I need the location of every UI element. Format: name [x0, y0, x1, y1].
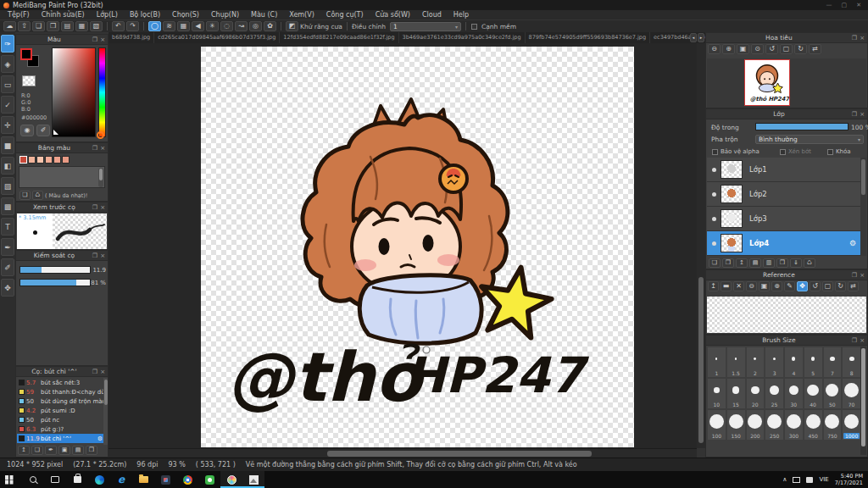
layer-merge-icon[interactable]: ⇓ [790, 258, 802, 268]
network-icon[interactable] [793, 477, 800, 483]
brush-list-item[interactable]: 6.3pút g:)? [17, 424, 104, 434]
nav-rotate-right-icon[interactable]: ↻ [794, 44, 807, 54]
palette-swatch[interactable] [28, 156, 36, 164]
menu-item-xem-v[interactable]: Xem(V) [283, 11, 320, 19]
ref-eyedropper-icon[interactable]: ✎ [784, 281, 795, 291]
menu-item-ch-n-s[interactable]: Chọn(S) [166, 11, 205, 19]
nav-reset-icon[interactable]: ▢ [780, 44, 793, 54]
redo-icon[interactable]: ↷ [126, 21, 139, 31]
close-icon[interactable]: × [860, 272, 865, 279]
layer-row[interactable]: Lớp3 [707, 207, 861, 231]
layer-row[interactable]: Lớp4⚙ [707, 231, 861, 256]
nav-actual-size-icon[interactable]: ⊙ [751, 44, 764, 54]
layer-visibility-icon[interactable] [712, 217, 716, 221]
reference-view[interactable] [707, 297, 866, 333]
document-tab[interactable]: 879fb74e574905d9ff559693b84736e7.jpg [526, 32, 651, 43]
nav-zoom-in-icon[interactable]: ⊕ [722, 44, 735, 54]
eyedropper-tool[interactable]: ✐ [1, 258, 14, 276]
clock[interactable]: 5:40 PM 7/17/2021 [835, 473, 863, 486]
shape-brush-tool[interactable]: ■ [1, 136, 14, 154]
ref-up-icon[interactable]: ↥ [708, 281, 719, 291]
panel-add-icon[interactable]: ▧ [90, 21, 103, 31]
taskbar-start-icon[interactable] [0, 471, 22, 488]
chat-icon[interactable]: ❒ [47, 21, 59, 31]
layer-folder-icon[interactable]: ▥ [763, 258, 775, 268]
nav-fit-icon[interactable]: ▣ [737, 44, 749, 54]
palette-swatch[interactable] [19, 156, 27, 164]
close-icon[interactable]: × [860, 337, 865, 344]
snap-curve-icon[interactable]: ↝ [235, 21, 248, 31]
close-icon[interactable]: × [100, 145, 105, 152]
ref-hand-icon[interactable]: ✥ [797, 281, 808, 291]
menu-item-l-p-l[interactable]: Lớp(L) [91, 11, 124, 19]
taskbar-paint-app-icon[interactable] [154, 471, 176, 488]
layer-opacity-slider[interactable] [755, 123, 849, 130]
text-tool[interactable]: T [1, 218, 14, 236]
tray-chevron-icon[interactable]: ∧ [782, 476, 787, 483]
brush-list-item[interactable]: 4.2pút sumi :D [17, 406, 104, 415]
vertical-scrollbar-thumb[interactable] [698, 277, 704, 443]
taskbar-edge-icon[interactable] [88, 471, 110, 488]
bucket-tool[interactable]: ◧ [1, 157, 14, 175]
lock-checkbox[interactable]: Khóa [826, 148, 851, 155]
menu-item-b-l-c-b[interactable]: Bộ lọc(B) [124, 11, 166, 19]
brush-size-cell[interactable]: 10 [707, 378, 726, 409]
document-tab[interactable]: cd265ca017d09845aaf6986b07d375f3.jpg [154, 32, 280, 43]
brush-size-slider[interactable] [19, 266, 91, 274]
foreground-color-swatch[interactable] [20, 48, 32, 60]
snap-ellipse-icon[interactable]: ◎ [249, 21, 262, 31]
close-icon[interactable]: × [100, 36, 105, 43]
document-tab[interactable]: 3b469ae3761e33cd9a975a0c349ce2fd.jpg [399, 32, 526, 43]
popout-icon[interactable]: ❐ [852, 111, 857, 118]
menu-item-ch-p-n[interactable]: Chụp(N) [205, 11, 245, 19]
palette-swatch[interactable] [62, 156, 70, 164]
palette-delete-button[interactable]: ♺ [32, 191, 43, 200]
palette-swatch[interactable] [36, 156, 44, 164]
eraser-tool[interactable]: ◈ [1, 55, 14, 73]
brush-size-cell[interactable]: 1 [707, 347, 726, 378]
layer-row[interactable]: Lớp2 [707, 182, 861, 207]
brush-size-cell[interactable]: 5 [804, 347, 823, 378]
ref-screen-icon[interactable]: ▬ [721, 281, 732, 291]
ref-reset-icon[interactable]: ▢ [822, 281, 833, 291]
select-pen-tool[interactable]: ✓ [1, 96, 14, 114]
document-canvas[interactable]: @thỏ HP247 [201, 47, 634, 447]
brush-tool[interactable]: ✑ [1, 35, 14, 53]
brush-size-cell[interactable]: 15 [726, 378, 746, 409]
clipping-checkbox[interactable]: Xén bớt [779, 148, 811, 155]
popout-icon[interactable]: ❐ [92, 204, 97, 211]
brush-list-item[interactable]: 50bút dùng để trộn màu [17, 396, 104, 406]
brush-pen-add-icon[interactable]: ✒ [45, 446, 57, 455]
brush-size-cell[interactable]: 200 [746, 409, 765, 441]
palette-scrollbar[interactable] [98, 168, 103, 187]
snap-radial-icon[interactable]: ✿ [264, 21, 276, 31]
menu-item-c-ng-c-t[interactable]: Công cụ(T) [320, 11, 370, 19]
brush-size-cell[interactable]: 250 [765, 409, 784, 441]
popout-icon[interactable]: ❐ [92, 36, 97, 43]
brush-size-cell[interactable]: 300 [784, 409, 804, 441]
layer-row[interactable]: Lớp1 [707, 158, 861, 182]
close-icon[interactable]: × [100, 252, 105, 259]
snap-cross-icon[interactable]: ✳ [206, 21, 219, 31]
brush-size-cell[interactable]: 40 [804, 378, 823, 409]
brush-size-cell[interactable]: 100 [707, 409, 726, 441]
brush-size-cell[interactable]: 30 [784, 378, 804, 409]
ref-flip-icon[interactable]: ⇄ [848, 281, 859, 291]
taskbar-photos-icon[interactable] [242, 471, 264, 488]
brush-size-cell[interactable]: 25 [765, 378, 784, 409]
gradient-tool[interactable]: ▨ [1, 177, 14, 195]
palette-swatch[interactable] [53, 156, 61, 164]
export-icon[interactable]: ⇧ [18, 21, 31, 31]
brush-list-scrollbar[interactable] [103, 378, 108, 445]
ref-rotate-right-icon[interactable]: ↻ [835, 281, 846, 291]
snap-off-icon[interactable]: ◯ [148, 21, 161, 31]
layer-new-icon[interactable]: ❏ [709, 258, 721, 268]
close-icon[interactable]: × [860, 35, 865, 42]
taskbar-chrome-icon[interactable] [176, 471, 198, 488]
gear-icon[interactable]: ⚙ [849, 239, 856, 247]
color-wheel-button[interactable]: ◉ [20, 125, 34, 136]
popout-icon[interactable]: ❐ [92, 145, 97, 152]
brush-size-cell[interactable]: 150 [726, 409, 746, 441]
popout-icon[interactable]: ❐ [92, 369, 97, 375]
close-icon[interactable]: × [100, 204, 105, 211]
